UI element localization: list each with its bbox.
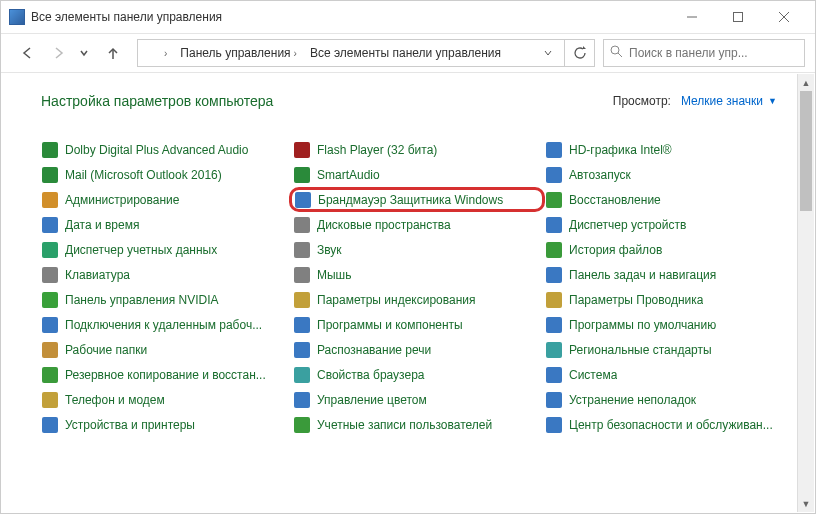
item-label: Рабочие папки: [65, 343, 147, 357]
toolbar: › Панель управления› Все элементы панели…: [1, 33, 815, 73]
control-panel-item[interactable]: Программы и компоненты: [293, 312, 545, 337]
forward-button[interactable]: [43, 37, 75, 69]
control-panel-item[interactable]: Региональные стандарты: [545, 337, 797, 362]
breadcrumb-root-icon[interactable]: ›: [142, 40, 175, 66]
control-panel-item[interactable]: Свойства браузера: [293, 362, 545, 387]
scroll-down-button[interactable]: ▼: [798, 495, 814, 512]
control-panel-item[interactable]: Параметры индексирования: [293, 287, 545, 312]
item-icon: [293, 366, 311, 384]
control-panel-item[interactable]: Управление цветом: [293, 387, 545, 412]
item-icon: [293, 416, 311, 434]
control-panel-item[interactable]: Учетные записи пользователей: [293, 412, 545, 437]
item-label: Клавиатура: [65, 268, 130, 282]
scroll-up-button[interactable]: ▲: [798, 74, 814, 91]
item-label: Устранение неполадок: [569, 393, 696, 407]
item-label: Параметры индексирования: [317, 293, 475, 307]
control-panel-item[interactable]: Центр безопасности и обслуживан...: [545, 412, 797, 437]
item-label: Диспетчер учетных данных: [65, 243, 217, 257]
breadcrumb-seg-all-items[interactable]: Все элементы панели управления: [305, 40, 506, 66]
item-label: Управление цветом: [317, 393, 427, 407]
item-label: Устройства и принтеры: [65, 418, 195, 432]
item-icon: [41, 166, 59, 184]
item-icon: [545, 166, 563, 184]
item-label: Звук: [317, 243, 342, 257]
control-panel-item[interactable]: Восстановление: [545, 187, 797, 212]
breadcrumb-seg-control-panel[interactable]: Панель управления›: [175, 40, 305, 66]
control-panel-item[interactable]: Flash Player (32 бита): [293, 137, 545, 162]
control-panel-item[interactable]: Мышь: [293, 262, 545, 287]
back-button[interactable]: [11, 37, 43, 69]
control-panel-item[interactable]: Dolby Digital Plus Advanced Audio: [41, 137, 293, 162]
refresh-button[interactable]: [565, 39, 595, 67]
item-label: Мышь: [317, 268, 352, 282]
item-icon: [545, 366, 563, 384]
recent-dropdown[interactable]: [75, 37, 93, 69]
window-title: Все элементы панели управления: [31, 10, 669, 24]
item-icon: [545, 266, 563, 284]
breadcrumb: › Панель управления› Все элементы панели…: [137, 39, 565, 67]
minimize-button[interactable]: [669, 1, 715, 33]
control-panel-item[interactable]: Система: [545, 362, 797, 387]
control-panel-item[interactable]: Дата и время: [41, 212, 293, 237]
item-label: История файлов: [569, 243, 662, 257]
control-panel-item[interactable]: Панель управления NVIDIA: [41, 287, 293, 312]
item-label: Dolby Digital Plus Advanced Audio: [65, 143, 248, 157]
control-panel-item[interactable]: Программы по умолчанию: [545, 312, 797, 337]
control-panel-item[interactable]: Рабочие папки: [41, 337, 293, 362]
control-panel-item[interactable]: Распознавание речи: [293, 337, 545, 362]
search-box[interactable]: [603, 39, 805, 67]
control-panel-item[interactable]: Параметры Проводника: [545, 287, 797, 312]
item-icon: [293, 291, 311, 309]
control-panel-item[interactable]: SmartAudio: [293, 162, 545, 187]
item-icon: [41, 291, 59, 309]
svg-line-6: [618, 53, 622, 57]
item-icon: [545, 291, 563, 309]
item-icon: [545, 241, 563, 259]
control-panel-item[interactable]: Устранение неполадок: [545, 387, 797, 412]
breadcrumb-dropdown[interactable]: [536, 48, 560, 58]
search-input[interactable]: [629, 46, 798, 60]
item-icon: [293, 316, 311, 334]
item-icon: [545, 316, 563, 334]
control-panel-item[interactable]: Mail (Microsoft Outlook 2016): [41, 162, 293, 187]
close-button[interactable]: [761, 1, 807, 33]
item-icon: [545, 341, 563, 359]
control-panel-item[interactable]: Дисковые пространства: [293, 212, 545, 237]
control-panel-item[interactable]: Брандмауэр Защитника Windows: [289, 187, 545, 212]
item-label: Панель задач и навигация: [569, 268, 716, 282]
control-panel-item[interactable]: Звук: [293, 237, 545, 262]
control-panel-item[interactable]: История файлов: [545, 237, 797, 262]
item-icon: [41, 366, 59, 384]
item-icon: [545, 141, 563, 159]
control-panel-item[interactable]: Панель задач и навигация: [545, 262, 797, 287]
item-label: Система: [569, 368, 617, 382]
view-selector[interactable]: Мелкие значки▼: [681, 94, 777, 108]
control-panel-item[interactable]: Устройства и принтеры: [41, 412, 293, 437]
control-panel-item[interactable]: HD-графика Intel®: [545, 137, 797, 162]
item-icon: [293, 341, 311, 359]
item-label: Резервное копирование и восстан...: [65, 368, 266, 382]
control-panel-item[interactable]: Резервное копирование и восстан...: [41, 362, 293, 387]
control-panel-item[interactable]: Диспетчер устройств: [545, 212, 797, 237]
item-icon: [293, 266, 311, 284]
control-panel-item[interactable]: Администрирование: [41, 187, 293, 212]
item-icon: [545, 416, 563, 434]
control-panel-item[interactable]: Подключения к удаленным рабоч...: [41, 312, 293, 337]
item-label: Автозапуск: [569, 168, 631, 182]
item-label: Распознавание речи: [317, 343, 431, 357]
item-icon: [41, 341, 59, 359]
item-icon: [545, 391, 563, 409]
vertical-scrollbar[interactable]: ▲ ▼: [797, 74, 814, 512]
item-label: Mail (Microsoft Outlook 2016): [65, 168, 222, 182]
item-label: SmartAudio: [317, 168, 380, 182]
control-panel-icon: [9, 9, 25, 25]
item-label: Программы и компоненты: [317, 318, 463, 332]
control-panel-item[interactable]: Диспетчер учетных данных: [41, 237, 293, 262]
control-panel-item[interactable]: Автозапуск: [545, 162, 797, 187]
up-button[interactable]: [97, 37, 129, 69]
control-panel-item[interactable]: Телефон и модем: [41, 387, 293, 412]
maximize-button[interactable]: [715, 1, 761, 33]
scroll-thumb[interactable]: [800, 91, 812, 211]
control-panel-item[interactable]: Клавиатура: [41, 262, 293, 287]
item-icon: [293, 391, 311, 409]
